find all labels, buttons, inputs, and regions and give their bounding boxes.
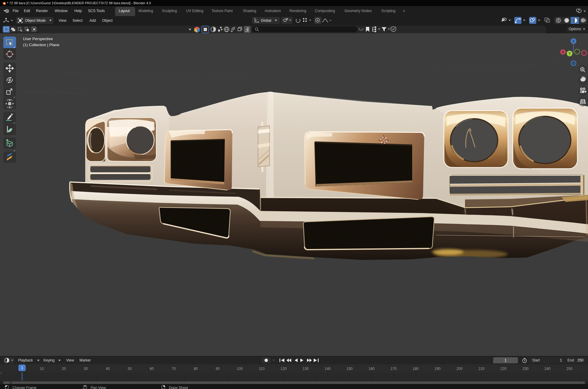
svg-text:Z: Z (573, 40, 574, 43)
svg-text:Y: Y (569, 52, 571, 55)
svg-text:X: X (562, 50, 564, 54)
